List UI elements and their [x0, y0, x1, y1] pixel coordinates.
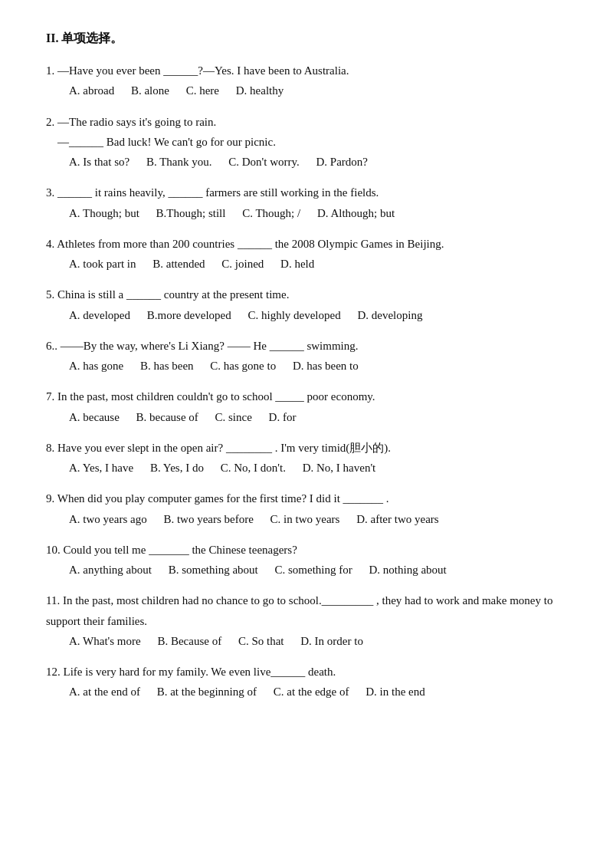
options-line: A. Though; but B.Though; still C. Though… — [69, 203, 567, 223]
question: 12. Life is very hard for my family. We … — [46, 662, 567, 702]
options-line: A. took part in B. attended C. joined D.… — [69, 254, 567, 274]
option-d: D. Although; but — [317, 207, 395, 219]
option-a: A. developed — [69, 309, 130, 321]
question-text: 2. —The radio says it's going to rain. — [46, 112, 567, 132]
section-title: II. 单项选择。 — [46, 31, 567, 47]
question: 5. China is still a ______ country at th… — [46, 284, 567, 325]
question: 7. In the past, most children couldn't g… — [46, 386, 567, 427]
options-line: A. at the end of B. at the beginning of … — [69, 682, 567, 702]
question-text: 5. China is still a ______ country at th… — [46, 284, 567, 304]
question: 10. Could you tell me _______ the Chines… — [46, 540, 567, 580]
question-text: 8. Have you ever slept in the open air? … — [46, 438, 567, 458]
option-b: B. attended — [152, 258, 205, 270]
question-text: 7. In the past, most children couldn't g… — [46, 386, 567, 406]
option-d: D. No, I haven't — [303, 462, 376, 474]
option-b: B. Yes, I do — [150, 462, 204, 474]
option-d: D. has been to — [293, 360, 359, 372]
option-d: D. In order to — [300, 635, 363, 647]
option-d: D. after two years — [356, 513, 438, 525]
option-c: C. in two years — [270, 513, 340, 525]
options-line: A. developed B.more developed C. highly … — [69, 305, 567, 325]
option-a: A. took part in — [69, 258, 136, 270]
question-text: 12. Life is very hard for my family. We … — [46, 662, 567, 682]
option-b: B. at the beginning of — [157, 686, 257, 698]
option-d: D. held — [280, 258, 314, 270]
option-a: A. two years ago — [69, 513, 147, 525]
option-c: C. at the edge of — [274, 686, 349, 698]
option-a: A. abroad — [69, 84, 114, 97]
option-b: B. Thank you. — [146, 156, 212, 168]
question: 6.. ——By the way, where's Li Xiang? —— H… — [46, 336, 567, 376]
option-b: B. two years before — [163, 513, 253, 525]
option-d: D. nothing about — [369, 564, 446, 576]
options-line: A. anything about B. something about C. … — [69, 560, 567, 580]
options-line: A. Yes, I have B. Yes, I do C. No, I don… — [69, 458, 567, 478]
question: 9. When did you play computer games for … — [46, 488, 567, 529]
options-line: A. because B. because of C. since D. for — [69, 407, 567, 427]
option-c: C. here — [186, 84, 219, 97]
option-c: C. joined — [221, 258, 264, 270]
option-b: B. alone — [131, 84, 169, 97]
question-text: 11. In the past, most children had no ch… — [46, 590, 567, 631]
option-c: C. something for — [274, 564, 352, 576]
question: 3. ______ it rains heavily, ______ farme… — [46, 182, 567, 223]
question-text: —______ Bad luck! We can't go for our pi… — [46, 132, 567, 152]
option-a: A. at the end of — [69, 686, 140, 698]
question: 2. —The radio says it's going to rain. —… — [46, 112, 567, 173]
question: 4. Athletes from more than 200 countries… — [46, 234, 567, 275]
option-c: C. since — [215, 411, 252, 423]
question: 8. Have you ever slept in the open air? … — [46, 438, 567, 478]
question-text: 10. Could you tell me _______ the Chines… — [46, 540, 567, 560]
option-c: C. highly developed — [247, 309, 340, 321]
option-b: B. Because of — [157, 635, 221, 647]
option-b: B. because of — [136, 411, 198, 423]
question-text: 9. When did you play computer games for … — [46, 488, 567, 508]
options-line: A. Is that so? B. Thank you. C. Don't wo… — [69, 152, 567, 172]
option-c: C. Though; / — [242, 207, 300, 219]
option-d: D. developing — [357, 309, 422, 321]
option-a: A. because — [69, 411, 120, 423]
option-b: B.Though; still — [156, 207, 226, 219]
question: 1. —Have you ever been ______?—Yes. I ha… — [46, 61, 567, 101]
question-list: 1. —Have you ever been ______?—Yes. I ha… — [46, 61, 567, 702]
option-b: B. has been — [140, 360, 194, 372]
option-d: D. for — [269, 411, 297, 423]
option-c: C. So that — [238, 635, 284, 647]
question-text: 4. Athletes from more than 200 countries… — [46, 234, 567, 254]
question-text: 6.. ——By the way, where's Li Xiang? —— H… — [46, 336, 567, 356]
option-b: B.more developed — [147, 309, 231, 321]
option-d: D. in the end — [366, 686, 425, 698]
options-line: A. two years ago B. two years before C. … — [69, 509, 567, 529]
option-c: C. has gone to — [210, 360, 276, 372]
options-line: A. has gone B. has been C. has gone to D… — [69, 356, 567, 376]
question-text: 3. ______ it rains heavily, ______ farme… — [46, 182, 567, 202]
option-b: B. something about — [169, 564, 258, 576]
option-d: D. Pardon? — [316, 156, 369, 168]
option-a: A. anything about — [69, 564, 152, 576]
question-text: 1. —Have you ever been ______?—Yes. I ha… — [46, 61, 567, 81]
option-a: A. What's more — [69, 635, 141, 647]
option-c: C. Don't worry. — [228, 156, 300, 168]
option-a: A. Yes, I have — [69, 462, 133, 474]
option-d: D. healthy — [236, 84, 284, 97]
option-c: C. No, I don't. — [221, 462, 286, 474]
options-line: A. What's more B. Because of C. So that … — [69, 631, 567, 651]
options-line: A. abroad B. alone C. here D. healthy — [69, 81, 567, 100]
question: 11. In the past, most children had no ch… — [46, 590, 567, 651]
option-a: A. Is that so? — [69, 156, 129, 168]
option-a: A. has gone — [69, 360, 123, 372]
option-a: A. Though; but — [69, 207, 139, 219]
